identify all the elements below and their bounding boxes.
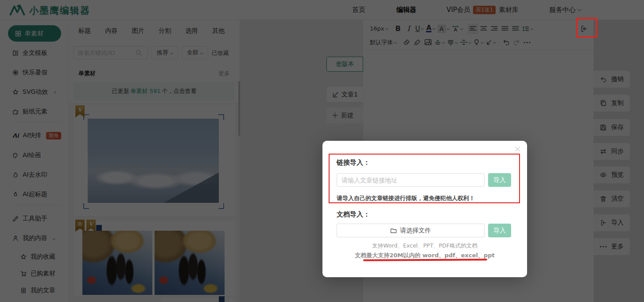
- toolbar-import-annotation-box: [576, 18, 597, 38]
- file-select-button[interactable]: 请选择文件: [337, 224, 485, 237]
- doc-size-limit-note: 文档最大支持20M以内的 word、pdf、excel、ppt: [322, 252, 527, 259]
- doc-import-label: 文档导入：: [337, 210, 370, 219]
- modal-overlay[interactable]: [0, 0, 644, 302]
- link-url-input[interactable]: [337, 173, 485, 187]
- link-import-button[interactable]: 导入: [488, 173, 511, 187]
- link-import-warning: 请导入自己的文章链接进行排版，避免侵犯他人权利！: [337, 194, 475, 202]
- link-import-label: 链接导入：: [337, 159, 370, 167]
- doc-format-note: 支持Word、Excel、PPT、PDF格式的文档: [322, 242, 527, 250]
- app-window: 小墨鹰编辑器 首页 编辑器 VIP会员 买1送1 素材库 服务中心 单素材 全文…: [0, 0, 644, 302]
- close-icon[interactable]: ×: [514, 144, 521, 153]
- doc-limit-annotation-underline: [363, 259, 487, 261]
- import-dialog: × 链接导入： 导入 请导入自己的文章链接进行排版，避免侵犯他人权利！ 文档导入…: [322, 141, 527, 277]
- doc-import-button[interactable]: 导入: [488, 224, 511, 237]
- folder-icon: [390, 228, 397, 233]
